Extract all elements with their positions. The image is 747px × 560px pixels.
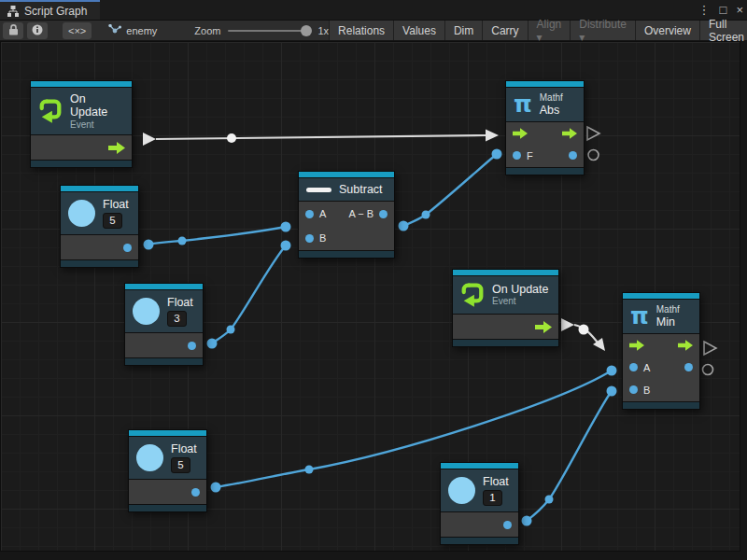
flow-output-arrow-icon[interactable] — [678, 340, 693, 351]
float-value-input[interactable]: 3 — [167, 311, 187, 327]
overview-button[interactable]: Overview — [635, 21, 699, 40]
zoom-control: Zoom 1x — [194, 25, 329, 36]
node-title: Min — [656, 315, 680, 329]
node-accent-strip — [31, 81, 132, 87]
flow-out-port-min[interactable] — [704, 342, 716, 355]
graph-reference[interactable]: enemy — [108, 24, 157, 36]
node-on-update-2[interactable]: On Update Event — [452, 269, 559, 347]
float-circle-icon — [133, 298, 160, 325]
node-group: Mathf — [540, 92, 563, 104]
float-value-input[interactable]: 1 — [483, 490, 502, 506]
value-output-port[interactable] — [123, 244, 132, 252]
value-input-port[interactable] — [513, 151, 521, 160]
node-footer — [125, 358, 203, 365]
hierarchy-icon — [7, 6, 19, 17]
edge-endpoint-dot — [607, 366, 617, 376]
node-title: Subtract — [339, 183, 383, 196]
node-footer — [61, 260, 138, 267]
node-header: Float 3 — [125, 290, 203, 332]
node-footer — [31, 161, 132, 167]
node-float-3[interactable]: Float 3 — [124, 283, 204, 366]
flow-out-port-on-update-2[interactable] — [561, 318, 574, 331]
full-screen-button[interactable]: Full Screen — [699, 21, 747, 40]
float-value-input[interactable]: 5 — [171, 457, 190, 473]
values-button[interactable]: Values — [393, 21, 444, 40]
edge-bend-dot — [545, 496, 554, 504]
flow-output-arrow-icon[interactable] — [562, 128, 577, 139]
lock-button[interactable] — [3, 22, 23, 39]
port-label: A — [319, 208, 326, 219]
lock-icon — [8, 24, 19, 37]
value-output-port[interactable] — [569, 151, 577, 160]
flow-output-arrow-icon[interactable] — [535, 321, 552, 333]
value-out-port-abs[interactable] — [588, 150, 599, 161]
tab-script-graph[interactable]: Script Graph — [0, 0, 100, 20]
flow-out-port-on-update-1[interactable] — [143, 133, 156, 146]
value-input-port-a[interactable] — [629, 363, 638, 371]
float-value-input[interactable]: 5 — [103, 213, 122, 229]
value-input-port-a[interactable] — [305, 210, 314, 218]
node-footer — [129, 505, 206, 511]
node-title: Float — [483, 475, 509, 488]
node-header: π Mathf Min — [623, 300, 699, 333]
node-on-update-1[interactable]: On Update Event — [30, 80, 133, 168]
zoom-slider[interactable] — [228, 30, 310, 32]
align-dropdown: Align ▾ — [528, 21, 571, 40]
value-out-port-min[interactable] — [703, 365, 713, 375]
value-output-port[interactable] — [684, 363, 693, 371]
toolbar-buttons: Relations Values Dim Carry Align ▾ Distr… — [329, 21, 747, 40]
zoom-slider-handle[interactable] — [301, 25, 312, 36]
node-header: On Update Event — [453, 276, 558, 314]
node-float-5b[interactable]: Float 5 — [128, 429, 207, 512]
tab-bar: Script Graph ⋮ □ × — [0, 0, 747, 21]
value-edge-float1-min-b[interactable] — [527, 391, 612, 521]
node-mathf-abs[interactable]: π Mathf Abs F — [505, 80, 585, 175]
graph-toolbar: <×> enemy Zoom 1x Relations Values — [0, 21, 747, 41]
node-accent-strip — [506, 81, 584, 87]
flow-edge-onupdate2-min[interactable] — [574, 325, 600, 346]
value-output-port[interactable] — [503, 521, 512, 529]
flow-out-port-abs[interactable] — [587, 127, 599, 140]
node-footer — [623, 402, 699, 409]
node-header: On Update Event — [31, 88, 132, 134]
value-edge-subtract-abs-f[interactable] — [403, 154, 497, 226]
node-accent-strip — [441, 463, 518, 469]
node-header: Float 5 — [129, 437, 206, 479]
node-mathf-min[interactable]: π Mathf Min A — [622, 292, 700, 410]
edge-bend-dot — [422, 211, 430, 219]
value-output-port[interactable] — [191, 488, 200, 497]
value-edge-float3-subtract-b[interactable] — [212, 245, 286, 343]
pi-icon: π — [514, 92, 532, 116]
carry-button[interactable]: Carry — [482, 21, 527, 40]
graph-canvas[interactable]: On Update Event π Mathf Abs — [0, 41, 740, 552]
flow-output-arrow-icon[interactable] — [108, 142, 125, 154]
tab-title: Script Graph — [24, 5, 87, 18]
node-float-5a[interactable]: Float 5 — [60, 185, 139, 268]
edge-bend-dot — [178, 237, 187, 245]
edit-code-button[interactable]: <×> — [63, 22, 92, 39]
relations-button[interactable]: Relations — [329, 21, 393, 40]
port-label: A − B — [348, 208, 374, 219]
flow-input-arrow-icon[interactable] — [629, 340, 644, 351]
distribute-dropdown: Distribute ▾ — [570, 21, 635, 40]
value-edge-float5a-subtract-a[interactable] — [148, 227, 286, 245]
port-label: A — [643, 362, 650, 373]
value-edge-float5b-min-a[interactable] — [216, 371, 612, 487]
value-output-port[interactable] — [379, 210, 388, 218]
edge-endpoint-dot — [492, 149, 502, 160]
info-button[interactable] — [27, 22, 48, 39]
node-subtitle: Event — [492, 296, 548, 307]
dim-button[interactable]: Dim — [444, 21, 482, 40]
value-input-port-b[interactable] — [305, 234, 314, 243]
node-subtract[interactable]: Subtract A A − B B — [298, 171, 395, 259]
node-footer — [453, 340, 558, 346]
value-input-port-b[interactable] — [629, 385, 638, 394]
value-output-port[interactable] — [188, 342, 196, 350]
node-header: π Mathf Abs — [506, 88, 584, 121]
node-float-1[interactable]: Float 1 — [440, 462, 519, 545]
port-label: B — [643, 385, 650, 396]
flow-edge-onupdate1-abs[interactable] — [156, 135, 486, 139]
node-group: Mathf — [656, 304, 680, 315]
loop-arrow-icon — [460, 281, 485, 309]
flow-input-arrow-icon[interactable] — [513, 128, 528, 139]
